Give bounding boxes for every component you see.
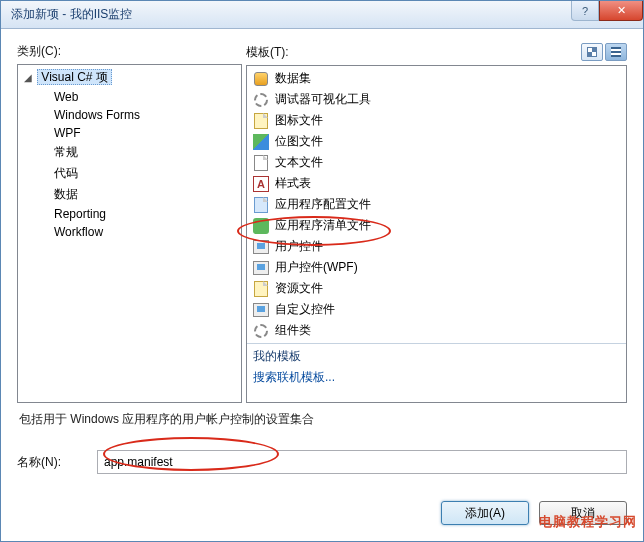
app-config-icon — [253, 197, 269, 213]
template-item[interactable]: 组件类 — [247, 320, 626, 341]
template-item[interactable]: 调试器可视化工具 — [247, 89, 626, 110]
dataset-icon — [253, 71, 269, 87]
custom-control-icon — [253, 302, 269, 318]
category-item[interactable]: Workflow — [18, 223, 241, 241]
user-control-wpf-icon — [253, 260, 269, 276]
window-title: 添加新项 - 我的IIS监控 — [11, 6, 132, 23]
template-item[interactable]: 位图文件 — [247, 131, 626, 152]
template-item[interactable]: 数据集 — [247, 68, 626, 89]
grid-icon — [587, 47, 597, 57]
text-file-icon — [253, 155, 269, 171]
help-button[interactable]: ? — [571, 1, 599, 21]
icon-file-icon — [253, 113, 269, 129]
category-item[interactable]: Windows Forms — [18, 106, 241, 124]
templates-label: 模板(T): — [246, 44, 289, 61]
debugger-visualizer-icon — [253, 92, 269, 108]
user-control-icon — [253, 239, 269, 255]
template-item[interactable]: 应用程序清单文件 — [247, 215, 626, 236]
view-large-icons-button[interactable] — [581, 43, 603, 61]
category-item[interactable]: Web — [18, 88, 241, 106]
description-text: 包括用于 Windows 应用程序的用户帐户控制的设置集合 — [19, 411, 625, 428]
my-templates-header: 我的模板 — [247, 343, 626, 367]
view-list-button[interactable] — [605, 43, 627, 61]
category-item[interactable]: 数据 — [18, 184, 241, 205]
name-input[interactable] — [97, 450, 627, 474]
templates-list[interactable]: 数据集 调试器可视化工具 图标文件 位图文件 文本文件 A样式表 应用程序配置文… — [246, 65, 627, 403]
close-button[interactable]: ✕ — [599, 1, 643, 21]
category-root[interactable]: ◢ Visual C# 项 — [18, 67, 241, 88]
category-item[interactable]: Reporting — [18, 205, 241, 223]
categories-label: 类别(C): — [17, 43, 242, 60]
category-item[interactable]: 常规 — [18, 142, 241, 163]
template-item[interactable]: A样式表 — [247, 173, 626, 194]
titlebar: 添加新项 - 我的IIS监控 ? ✕ — [1, 1, 643, 29]
category-item[interactable]: 代码 — [18, 163, 241, 184]
template-item[interactable]: 用户控件(WPF) — [247, 257, 626, 278]
template-item[interactable]: 文本文件 — [247, 152, 626, 173]
resource-file-icon — [253, 281, 269, 297]
template-item[interactable]: 图标文件 — [247, 110, 626, 131]
template-item[interactable]: 自定义控件 — [247, 299, 626, 320]
bitmap-icon — [253, 134, 269, 150]
app-manifest-icon — [253, 218, 269, 234]
category-item[interactable]: WPF — [18, 124, 241, 142]
stylesheet-icon: A — [253, 176, 269, 192]
list-icon — [611, 47, 621, 57]
cancel-button[interactable]: 取消 — [539, 501, 627, 525]
component-class-icon — [253, 323, 269, 339]
add-button[interactable]: 添加(A) — [441, 501, 529, 525]
expand-arrow-icon: ◢ — [24, 72, 32, 83]
template-item[interactable]: 资源文件 — [247, 278, 626, 299]
template-item[interactable]: 用户控件 — [247, 236, 626, 257]
categories-tree[interactable]: ◢ Visual C# 项 Web Windows Forms WPF 常规 代… — [17, 64, 242, 403]
name-label: 名称(N): — [17, 454, 77, 471]
template-item[interactable]: 应用程序配置文件 — [247, 194, 626, 215]
search-online-templates-link[interactable]: 搜索联机模板... — [247, 367, 626, 388]
